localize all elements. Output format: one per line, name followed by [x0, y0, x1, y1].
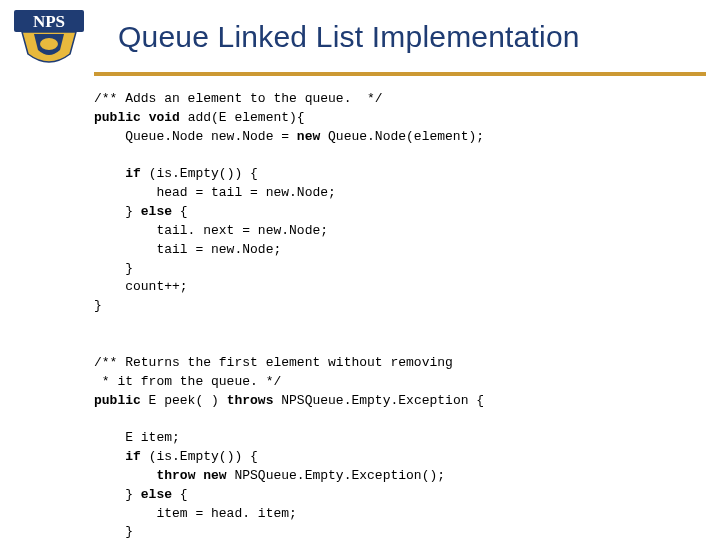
code-line: }	[94, 298, 102, 313]
code-line: /** Adds an element to the queue. */	[94, 91, 383, 106]
code-line: tail. next = new.Node;	[94, 223, 328, 238]
code-text: {	[172, 487, 188, 502]
keyword-new: new	[297, 129, 320, 144]
header: NPS Queue Linked List Implementation	[0, 0, 720, 68]
code-text: add(E element){	[180, 110, 305, 125]
code-text: NPSQueue.Empty.Exception();	[227, 468, 445, 483]
svg-text:NPS: NPS	[33, 12, 65, 31]
code-line: }	[94, 524, 133, 539]
slide-title: Queue Linked List Implementation	[98, 8, 580, 54]
svg-point-2	[40, 38, 58, 50]
code-text	[94, 166, 125, 181]
code-text	[94, 449, 125, 464]
slide: NPS Queue Linked List Implementation /**…	[0, 0, 720, 540]
code-line: * it from the queue. */	[94, 374, 281, 389]
code-text: E peek( )	[141, 393, 227, 408]
code-line: E item;	[94, 430, 180, 445]
code-line: count++;	[94, 279, 188, 294]
keyword-if: if	[125, 166, 141, 181]
keyword-if: if	[125, 449, 141, 464]
code-text: NPSQueue.Empty.Exception {	[273, 393, 484, 408]
keyword-throw-new: throw new	[156, 468, 226, 483]
code-text: Queue.Node new.Node =	[94, 129, 297, 144]
code-text: Queue.Node(element);	[320, 129, 484, 144]
code-line: head = tail = new.Node;	[94, 185, 336, 200]
code-line: tail = new.Node;	[94, 242, 281, 257]
nps-logo: NPS	[10, 8, 88, 68]
keyword-public: public	[94, 110, 141, 125]
code-line: item = head. item;	[94, 506, 297, 521]
code-block: /** Adds an element to the queue. */ pub…	[0, 76, 720, 540]
keyword-throws: throws	[227, 393, 274, 408]
code-text: (is.Empty()) {	[141, 449, 258, 464]
keyword-void: void	[149, 110, 180, 125]
code-line: }	[94, 261, 133, 276]
keyword-else: else	[141, 487, 172, 502]
code-text	[94, 468, 156, 483]
code-text: {	[172, 204, 188, 219]
code-text: (is.Empty()) {	[141, 166, 258, 181]
code-text	[141, 110, 149, 125]
code-line: /** Returns the first element without re…	[94, 355, 453, 370]
code-text: }	[94, 204, 141, 219]
keyword-else: else	[141, 204, 172, 219]
keyword-public: public	[94, 393, 141, 408]
code-text: }	[94, 487, 141, 502]
